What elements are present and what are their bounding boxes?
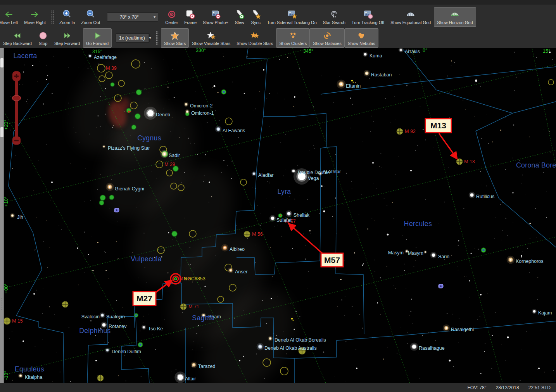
star-label-kornephoros: Kornephoros	[516, 259, 544, 264]
star-label-eltanin: Eltanin	[346, 83, 361, 89]
panel-handle[interactable]	[0, 58, 3, 67]
zoom-out-button[interactable]: Zoom Out	[78, 7, 103, 27]
turn-tracking-off-button[interactable]: Turn Tracking Off	[349, 7, 387, 27]
star-azelfafage	[88, 54, 92, 58]
zoom-in-icon	[62, 9, 72, 19]
svg-text:0°: 0°	[423, 48, 427, 53]
show-horizon-grid-button[interactable]: Show Horizon Grid	[434, 7, 476, 27]
show-photo-label: Show Photo+	[203, 20, 228, 25]
step-backward-button[interactable]: Step Backward	[0, 28, 35, 48]
dome-grid-icon	[406, 9, 416, 19]
svg-text:M27: M27	[136, 294, 152, 303]
star-tarazed	[191, 362, 197, 368]
show-photo-button[interactable]: Show Photo+	[200, 7, 231, 27]
star-label-gienah-cygni: Gienah Cygni	[115, 186, 144, 192]
star-label-vega: Vega	[308, 176, 319, 181]
center-label: Center	[165, 20, 178, 25]
star-deneb	[144, 107, 157, 120]
stop-button[interactable]: Stop	[35, 28, 51, 48]
frame-label: Frame	[184, 20, 197, 25]
step-forward-icon	[62, 31, 72, 41]
star-eltanin	[337, 79, 345, 88]
turn-sidereal-tracking-on-label: Turn Sidereal Tracking On	[267, 20, 317, 25]
svg-text:Cygnus: Cygnus	[137, 134, 161, 142]
svg-text:M 71: M 71	[188, 304, 199, 309]
show-galaxies-button[interactable]: Show Galaxies	[310, 28, 344, 48]
star-label-sualocin: Sualocin	[106, 314, 125, 319]
star-label-rastaban: Rastaban	[371, 72, 392, 78]
status-date: 28/12/2018	[496, 385, 519, 390]
step-back-icon	[12, 31, 22, 41]
center-button[interactable]: Center	[162, 7, 181, 27]
annotation-box-m57: M57	[321, 253, 343, 267]
time-rate-select[interactable]: 1x (realtime)▼	[116, 33, 150, 43]
show-stars-button[interactable]: Show Stars	[161, 28, 189, 48]
slew-button[interactable]: Slew	[231, 7, 248, 27]
panel-handle[interactable]	[0, 127, 3, 137]
status-fov: FOV: 78°	[468, 385, 487, 390]
star-label-altair: Altair	[185, 376, 196, 382]
star-anser	[228, 268, 234, 273]
telescope-green-icon	[235, 9, 245, 19]
fov-select[interactable]: 78° x 78°▼	[107, 12, 158, 22]
arrow-right-icon	[30, 9, 40, 19]
sky-map[interactable]: M 39M 29M 92M 13M 56M 57M 71M 15DenebSad…	[0, 0, 556, 392]
show-nebulas-button[interactable]: Show Nebulas	[345, 28, 378, 48]
frame-button[interactable]: Frame	[181, 7, 200, 27]
star-label-pizazz-s-flying-star: Pizazz's Flying Star	[108, 145, 150, 151]
svg-text:315°: 315°	[92, 49, 102, 54]
show-stars-label: Show Stars	[164, 41, 186, 46]
show-double-stars-button[interactable]: Show Double Stars	[233, 28, 276, 48]
star-sarin	[430, 252, 437, 259]
chevron-down-icon[interactable]: ▼	[151, 13, 158, 21]
star-label-rotanev: Rotanev	[109, 324, 127, 329]
svg-text:M 56: M 56	[252, 231, 263, 237]
svg-text:+00°: +00°	[3, 283, 9, 294]
move-right-button[interactable]: Move Right	[21, 7, 49, 27]
show-variable-stars-button[interactable]: Show Variable Stars	[189, 28, 233, 48]
star-rastaban	[364, 70, 370, 77]
svg-text:+20°: +20°	[3, 120, 9, 130]
zoom-in-label: Zoom In	[59, 20, 75, 25]
show-clusters-button[interactable]: Show Clusters	[276, 28, 310, 48]
chevron-down-icon[interactable]: ▼	[148, 34, 152, 42]
show-horizon-grid-label: Show Horizon Grid	[437, 20, 473, 25]
svg-text:M 39: M 39	[106, 66, 117, 71]
star-label-kajam: Kajam	[538, 310, 552, 316]
star-kornephoros	[507, 256, 515, 264]
toolbar-separator	[51, 10, 54, 24]
svg-text:Hercules: Hercules	[404, 220, 432, 228]
star-label-tarazed: Tarazed	[198, 364, 216, 369]
turn-sidereal-tracking-on-button[interactable]: Turn Sidereal Tracking On	[264, 7, 320, 27]
move-left-label: Move Left	[0, 20, 18, 25]
star-label-jih: Jih	[17, 214, 23, 220]
go-forward-button[interactable]: Go Forward	[83, 28, 112, 48]
star-label-al-athfar: Al Athfar	[323, 169, 341, 174]
app-window: M 39M 29M 92M 13M 56M 57M 71M 15DenebSad…	[0, 0, 556, 392]
star-label-sheliak: Sheliak	[294, 212, 310, 218]
turn-tracking-off-label: Turn Tracking Off	[352, 20, 384, 25]
toolbar-time: Step BackwardStopStep ForwardGo Forward1…	[0, 28, 556, 48]
sync-button[interactable]: Sync	[248, 7, 264, 27]
svg-text:Delphinus: Delphinus	[79, 327, 111, 335]
move-left-button[interactable]: Move Left	[0, 7, 21, 27]
star-deneb-al-okab-australis	[257, 343, 264, 351]
toolbar-separator	[156, 31, 159, 45]
star-label-sadir: Sadir	[169, 153, 180, 158]
star-label-rasalhague: Rasalhague	[419, 345, 445, 351]
show-equatorial-grid-button[interactable]: Show Equatorial Grid	[387, 7, 434, 27]
svg-text:Vulpecula: Vulpecula	[131, 255, 162, 263]
show-nebulas-label: Show Nebulas	[348, 41, 375, 46]
svg-text:M13: M13	[430, 121, 446, 130]
status-time: 22:51 STD	[528, 385, 551, 390]
star-label-rutilicus: Rutilicus	[476, 194, 494, 199]
star-deneb-dulfim	[105, 348, 110, 353]
star-search-button[interactable]: Star Search	[320, 7, 349, 27]
step-forward-button[interactable]: Step Forward	[51, 28, 83, 48]
step-backward-label: Step Backward	[3, 41, 32, 46]
star-label-azelfafage: Azelfafage	[94, 55, 117, 60]
zoom-in-button[interactable]: Zoom In	[56, 7, 78, 27]
play-icon	[92, 31, 102, 41]
star-label-omicron-2: Omicron-2	[190, 103, 212, 109]
star-label-deneb-dulfim: Deneb Dulfim	[112, 349, 141, 354]
